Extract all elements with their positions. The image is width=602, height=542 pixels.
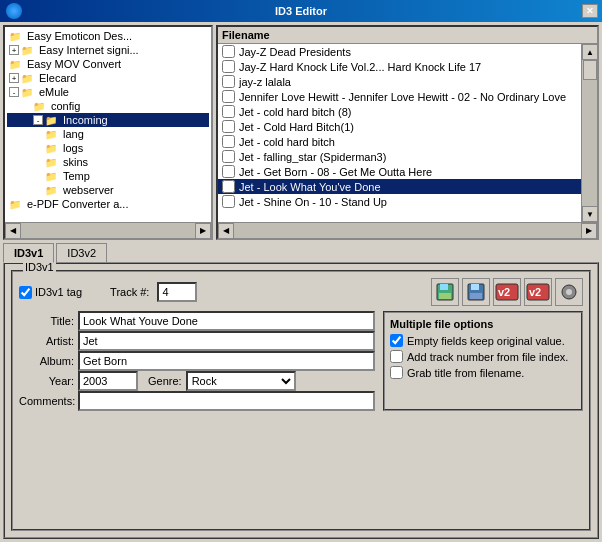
svg-text:v2: v2 [529,286,541,298]
scroll-left-btn[interactable]: ◀ [218,223,234,239]
file-checkbox[interactable] [222,195,235,208]
close-button[interactable]: ✕ [582,4,598,18]
top-panes: Easy Emoticon Des... + Easy Internet sig… [3,25,599,240]
folder-icon [45,156,61,168]
file-list-item[interactable]: jay-z lalala [218,74,581,89]
file-list-item[interactable]: Jet - Shine On - 10 - Stand Up [218,194,581,209]
window-title: ID3 Editor [275,5,327,17]
tree-item[interactable]: + Easy Internet signi... [7,43,209,57]
folder-icon [45,128,61,140]
tree-item[interactable]: - eMule [7,85,209,99]
scroll-right-btn[interactable]: ▶ [195,223,211,239]
file-checkbox[interactable] [222,90,235,103]
id3v1-inner: ID3v1 ID3v1 tag Track #: [11,270,591,531]
tree-item[interactable]: skins [7,155,209,169]
tab-id3v2[interactable]: ID3v2 [56,243,107,262]
load-button[interactable] [462,278,490,306]
option3-label: Grab title from filename. [407,367,524,379]
year-input[interactable] [78,371,138,391]
vscroll-down-btn[interactable]: ▼ [582,206,597,222]
folder-icon [9,198,25,210]
tree-item[interactable]: config [7,99,209,113]
file-list: Jay-Z Dead Presidents Jay-Z Hard Knock L… [218,44,581,222]
file-checkbox[interactable] [222,165,235,178]
app-icon [6,3,22,19]
file-checkbox[interactable] [222,75,235,88]
tree-item[interactable]: Easy MOV Convert [7,57,209,71]
file-checkbox[interactable] [222,120,235,133]
track-input[interactable] [157,282,197,302]
title-input[interactable] [78,311,375,331]
file-list-item[interactable]: Jet - cold hard bitch (8) [218,104,581,119]
comments-label: Comments: [19,395,74,407]
file-list-item[interactable]: Jay-Z Hard Knock Life Vol.2... Hard Knoc… [218,59,581,74]
tree-pane: Easy Emoticon Des... + Easy Internet sig… [3,25,213,240]
title-label: Title: [19,315,74,327]
filename-header: Filename [222,29,270,41]
vscroll-thumb[interactable] [583,60,597,80]
expand-icon[interactable]: - [9,87,19,97]
artist-input[interactable] [78,331,375,351]
tab-id3v1[interactable]: ID3v1 [3,243,54,263]
genre-select[interactable]: Rock Pop Jazz [186,371,296,391]
tree-item[interactable]: Temp [7,169,209,183]
vscroll-track[interactable] [582,60,597,206]
expand-icon[interactable]: + [9,73,19,83]
file-list-item-selected[interactable]: Jet - Look What You've Done [218,179,581,194]
option1-checkbox[interactable] [390,334,403,347]
expand-icon[interactable]: + [9,45,19,55]
save-button[interactable] [431,278,459,306]
year-label: Year: [19,375,74,387]
album-input[interactable] [78,351,375,371]
v2-button1[interactable]: v2 [493,278,521,306]
id3v1-checkbox-row: ID3v1 tag [19,286,82,299]
folder-icon [33,100,49,112]
tree-item[interactable]: e-PDF Converter a... [7,197,209,211]
file-checkbox[interactable] [222,150,235,163]
file-checkbox[interactable] [222,135,235,148]
file-checkbox[interactable] [222,180,235,193]
file-list-item[interactable]: Jet - cold hard bitch [218,134,581,149]
file-checkbox[interactable] [222,105,235,118]
file-list-item[interactable]: Jet - Get Born - 08 - Get Me Outta Here [218,164,581,179]
tree-item[interactable]: logs [7,141,209,155]
hscroll-track[interactable] [21,223,195,238]
file-list-item[interactable]: Jet - falling_star (Spiderman3) [218,149,581,164]
option3-checkbox[interactable] [390,366,403,379]
file-list-item[interactable]: Jay-Z Dead Presidents [218,44,581,59]
file-hscroll: ◀ ▶ [218,222,597,238]
file-checkbox[interactable] [222,60,235,73]
v2-button2[interactable]: v2 [524,278,552,306]
option1-label: Empty fields keep original value. [407,335,565,347]
folder-icon [45,170,61,182]
vscroll-up-btn[interactable]: ▲ [582,44,597,60]
scroll-left-btn[interactable]: ◀ [5,223,21,239]
expand-icon[interactable]: - [33,115,43,125]
tree-item[interactable]: + Elecard [7,71,209,85]
svg-rect-4 [471,284,479,290]
folder-icon [45,114,61,126]
file-list-item[interactable]: Jennifer Love Hewitt - Jennifer Love Hew… [218,89,581,104]
comments-input[interactable] [78,391,375,411]
tree-item[interactable]: Easy Emoticon Des... [7,29,209,43]
settings-button[interactable] [555,278,583,306]
main-container: Easy Emoticon Des... + Easy Internet sig… [0,22,602,542]
folder-icon [9,58,25,70]
folder-icon [21,72,37,84]
title-bar: ID3 Editor ✕ [0,0,602,22]
file-vscroll: ▲ ▼ [581,44,597,222]
option-row-3: Grab title from filename. [390,366,576,379]
id3v1-enable-checkbox[interactable] [19,286,32,299]
tree-item-incoming[interactable]: - Incoming [7,113,209,127]
album-row: Album: [19,351,375,371]
action-buttons: v2 v2 [431,278,583,306]
tree-item[interactable]: lang [7,127,209,141]
file-pane: Filename Jay-Z Dead Presidents Jay-Z Har… [216,25,599,240]
scroll-right-btn[interactable]: ▶ [581,223,597,239]
hscroll-track[interactable] [234,223,581,238]
option2-checkbox[interactable] [390,350,403,363]
file-checkbox[interactable] [222,45,235,58]
tree-item[interactable]: webserver [7,183,209,197]
file-list-item[interactable]: Jet - Cold Hard Bitch(1) [218,119,581,134]
id3v1-top-row: ID3v1 tag Track #: [19,278,583,306]
